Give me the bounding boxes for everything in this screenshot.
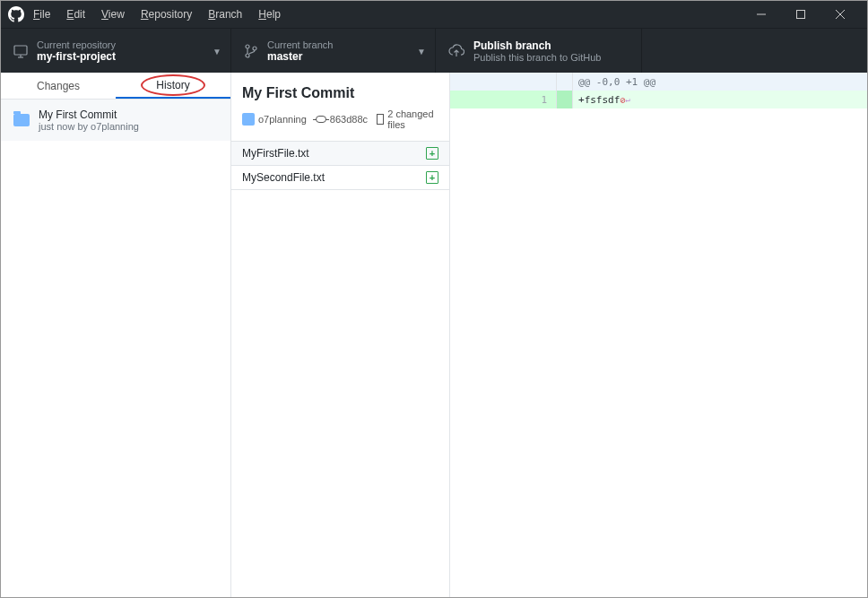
cloud-upload-icon xyxy=(448,44,464,58)
menu-file[interactable]: File xyxy=(33,8,50,21)
chevron-down-icon: ▼ xyxy=(417,46,426,56)
branch-label: Current branch xyxy=(267,39,333,50)
commit-detail-panel: My First Commit o7planning 863d88c 2 cha… xyxy=(231,73,450,597)
file-diff-icon xyxy=(377,114,384,125)
commit-sha: 863d88c xyxy=(316,114,368,125)
diff-view: @@ -0,0 +1 @@ 1 +fsfsdf⊘↵ xyxy=(450,73,867,597)
diff-hunk-header: @@ -0,0 +1 @@ xyxy=(450,73,867,91)
minimize-button[interactable] xyxy=(742,1,781,28)
menu-view[interactable]: View xyxy=(101,8,125,21)
file-added-icon: + xyxy=(426,171,438,184)
menu-help[interactable]: Help xyxy=(258,8,281,21)
repo-selector[interactable]: Current repository my-first-project ▼ xyxy=(1,29,231,73)
diff-add-marker: + xyxy=(578,94,585,106)
avatar-icon xyxy=(242,113,255,126)
menu-bar: File Edit View Repository Branch Help xyxy=(33,8,281,21)
tab-history[interactable]: History xyxy=(116,73,230,99)
commit-meta: just now by o7planning xyxy=(39,121,139,132)
hunk-text: @@ -0,0 +1 @@ xyxy=(573,73,867,91)
toolbar: Current repository my-first-project ▼ Cu… xyxy=(1,28,867,73)
branch-icon xyxy=(244,44,258,58)
files-count-label: 2 changed files xyxy=(387,108,438,130)
diff-line-added: 1 +fsfsdf⊘↵ xyxy=(450,91,867,108)
file-name: MySecondFile.txt xyxy=(242,171,325,184)
commit-detail-meta: o7planning 863d88c 2 changed files xyxy=(242,108,438,130)
repo-value: my-first-project xyxy=(37,50,116,63)
commit-icon xyxy=(316,116,326,123)
commit-detail-title: My First Commit xyxy=(242,85,438,101)
diff-gutter xyxy=(557,73,573,91)
diff-gutter xyxy=(557,91,573,108)
file-added-icon: + xyxy=(426,147,438,160)
newline-icon: ↵ xyxy=(625,95,629,104)
titlebar: File Edit View Repository Branch Help xyxy=(1,1,867,28)
diff-text: fsfsdf xyxy=(585,94,621,106)
main-content: Changes History My First Commit just now… xyxy=(1,73,867,597)
monitor-icon xyxy=(13,44,28,58)
menu-edit[interactable]: Edit xyxy=(66,8,85,21)
svg-rect-1 xyxy=(797,11,805,19)
svg-point-8 xyxy=(246,54,249,57)
menu-repository[interactable]: Repository xyxy=(141,8,192,21)
maximize-button[interactable] xyxy=(781,1,820,28)
sidebar: Changes History My First Commit just now… xyxy=(1,73,231,597)
tab-changes[interactable]: Changes xyxy=(1,73,116,99)
commit-title: My First Commit xyxy=(39,108,139,121)
tab-history-label: History xyxy=(156,79,189,91)
diff-gutter xyxy=(450,73,557,91)
sha-text: 863d88c xyxy=(330,114,368,125)
svg-point-7 xyxy=(246,45,249,48)
file-list: MyFirstFile.txt + MySecondFile.txt + xyxy=(231,141,449,190)
folder-icon xyxy=(13,114,30,126)
svg-rect-4 xyxy=(14,46,27,55)
commit-author: o7planning xyxy=(242,113,307,126)
window-controls xyxy=(742,1,860,28)
sidebar-tabs: Changes History xyxy=(1,73,230,100)
repo-label: Current repository xyxy=(37,39,116,50)
commit-header: My First Commit o7planning 863d88c 2 cha… xyxy=(231,80,449,135)
file-row[interactable]: MySecondFile.txt + xyxy=(231,166,449,190)
diff-line-content: +fsfsdf⊘↵ xyxy=(573,91,867,108)
changed-files: 2 changed files xyxy=(377,108,438,130)
branch-selector[interactable]: Current branch master ▼ xyxy=(231,29,436,73)
publish-title: Publish branch xyxy=(473,39,601,52)
svg-point-9 xyxy=(253,47,256,50)
commit-list: My First Commit just now by o7planning xyxy=(1,100,230,597)
branch-value: master xyxy=(267,50,333,63)
author-name: o7planning xyxy=(258,114,307,125)
chevron-down-icon: ▼ xyxy=(213,46,221,56)
commit-item[interactable]: My First Commit just now by o7planning xyxy=(1,100,230,141)
diff-line-number: 1 xyxy=(450,91,557,108)
publish-button[interactable]: Publish branch Publish this branch to Gi… xyxy=(436,29,642,73)
file-name: MyFirstFile.txt xyxy=(242,147,309,160)
file-row[interactable]: MyFirstFile.txt + xyxy=(231,142,449,166)
close-button[interactable] xyxy=(820,1,860,28)
github-logo-icon xyxy=(8,6,24,22)
menu-branch[interactable]: Branch xyxy=(208,8,242,21)
publish-subtitle: Publish this branch to GitHub xyxy=(473,52,601,63)
